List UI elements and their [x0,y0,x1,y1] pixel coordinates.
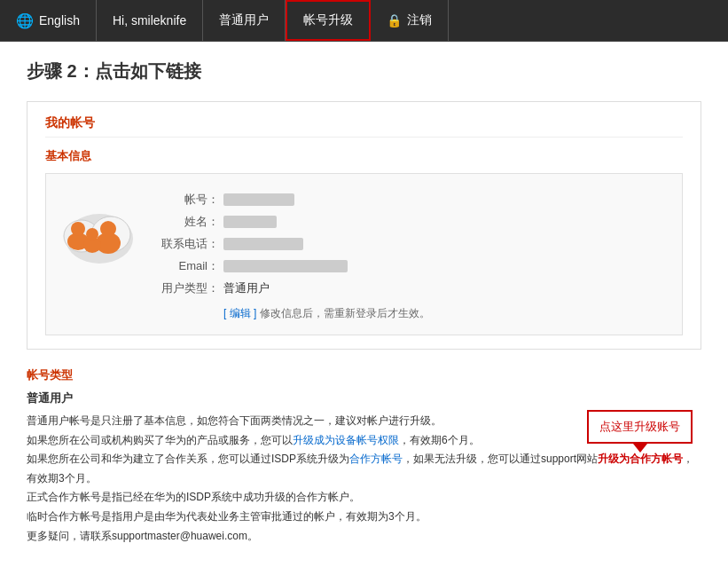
desc-line6: 更多疑问，请联系supportmaster@huawei.com。 [27,527,701,547]
svg-point-4 [71,222,85,236]
email-value [223,260,348,272]
upgrade-callout-container: 点这里升级账号 [587,410,693,452]
account-field-row: 帐号： [157,192,669,208]
user-fields: 帐号： 姓名： 联系电话： Email： 用户类型： 普通用户 [157,187,669,321]
my-account-section: 我的帐号 基本信息 [27,101,701,350]
email-label: Email： [157,258,219,274]
edit-link[interactable]: [ 编辑 ] [223,306,256,321]
greeting-item: Hi, smileknife [97,0,203,41]
account-type-name: 普通用户 [27,390,701,406]
user-type-text: 普通用户 [219,12,269,28]
desc-line4: 正式合作方帐号是指已经在华为的ISDP系统中成功升级的合作方帐户。 [27,488,701,508]
phone-value [223,238,303,250]
top-navigation: 🌐 English Hi, smileknife 普通用户 帐号升级 🔒 注销 [0,0,728,42]
lock-icon: 🔒 [387,13,402,28]
name-label: 姓名： [157,214,219,230]
info-card: 帐号： 姓名： 联系电话： Email： 用户类型： 普通用户 [45,173,683,335]
account-type-desc: 普通用户帐号是只注册了基本信息，如您符合下面两类情况之一，建议对帐户进行升级。 … [27,412,701,546]
svg-point-6 [100,221,116,237]
partner-account-link2[interactable]: 升级为合作方帐号 [598,453,683,465]
basic-info-title: 基本信息 [45,148,683,164]
svg-point-8 [86,228,98,240]
name-field-row: 姓名： [157,214,669,230]
email-field-row: Email： [157,258,669,274]
user-type-label: 用户类型： [157,280,219,296]
edit-row: [ 编辑 ] 修改信息后，需重新登录后才生效。 [157,306,669,321]
phone-label: 联系电话： [157,236,219,252]
account-type-section: 帐号类型 普通用户 普通用户帐号是只注册了基本信息，如您符合下面两类情况之一，建… [27,367,701,546]
main-content: 步骤 2：点击如下链接 我的帐号 基本信息 [0,42,728,563]
account-label: 帐号： [157,192,219,208]
desc-line5: 临时合作方帐号是指用户是由华为代表处业务主管审批通过的帐户，有效期为3个月。 [27,508,701,527]
name-value [223,216,277,228]
partner-account-link1[interactable]: 合作方帐号 [349,453,403,465]
upgrade-callout-box: 点这里升级账号 [587,410,693,443]
desc-line3: 如果您所在公司和华为建立了合作关系，您可以通过ISDP系统升级为合作方帐号，如果… [27,450,701,488]
user-type-item: 普通用户 [203,0,286,41]
logout-label: 注销 [407,12,432,28]
greeting-text: Hi, smileknife [113,13,186,28]
logout-item[interactable]: 🔒 注销 [371,0,449,41]
language-switcher[interactable]: 🌐 English [0,0,97,41]
phone-field-row: 联系电话： [157,236,669,252]
avatar [59,187,139,267]
my-account-title: 我的帐号 [45,115,683,138]
edit-hint: 修改信息后，需重新登录后才生效。 [260,306,430,321]
account-value [223,193,294,206]
account-type-title: 帐号类型 [27,367,701,383]
step-heading: 步骤 2：点击如下链接 [27,59,701,83]
user-type-field-row: 用户类型： 普通用户 [157,280,669,296]
globe-icon: 🌐 [16,12,34,29]
device-account-link[interactable]: 升级成为设备帐号权限 [293,434,399,446]
language-label: English [39,13,80,28]
upgrade-label: 帐号升级 [303,12,353,28]
callout-arrow [633,444,647,453]
avatar-image [62,190,137,265]
user-type-value: 普通用户 [223,280,270,296]
account-upgrade-item[interactable]: 帐号升级 [286,0,371,41]
